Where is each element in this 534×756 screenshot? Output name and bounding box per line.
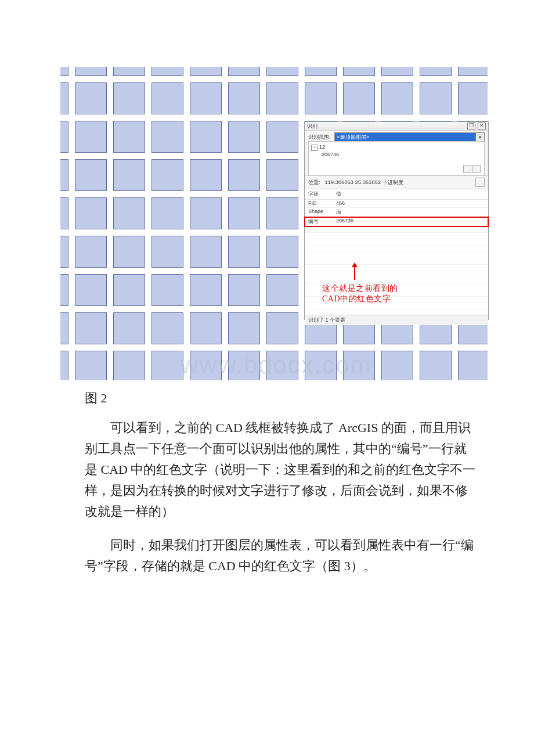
grid-cell [229, 351, 259, 380]
tree-tool-icon[interactable] [463, 165, 471, 173]
grid-cell [229, 160, 259, 190]
grid-cell [114, 236, 145, 267]
grid-cell [60, 160, 68, 190]
grid-cell [420, 83, 451, 114]
grid-cell [190, 83, 221, 114]
grid-cell [344, 351, 374, 380]
arrow-down-icon [351, 262, 358, 281]
tree-root[interactable]: −12 [311, 143, 482, 151]
grid-cell [305, 83, 336, 114]
grid-cell [114, 351, 145, 380]
identify-tree[interactable]: −12 206736 [308, 141, 485, 176]
grid-cell [152, 198, 183, 229]
field-row-shape: Shape 面 [305, 208, 488, 217]
grid-cell [60, 67, 68, 75]
grid-cell [114, 275, 145, 305]
grid-cell [305, 351, 336, 380]
header-field: 字段 [308, 190, 336, 198]
grid-cell [267, 160, 298, 190]
grid-cell [382, 67, 413, 75]
grid-cell [152, 236, 183, 267]
figure-caption: 图 2 [85, 390, 534, 407]
grid-cell [60, 275, 68, 305]
grid-cell [152, 275, 183, 305]
grid-cell [152, 67, 183, 75]
grid-cell [267, 121, 298, 152]
field-row-id-highlighted: 编号 206736 [305, 217, 488, 226]
grid-cell [420, 67, 451, 75]
body-text: 可以看到，之前的 CAD 线框被转换成了 ArcGIS 的面，而且用识别工具点一… [85, 417, 478, 577]
grid-cell [229, 83, 259, 114]
identify-window: 识别 ❐ ✕ 识别范围: <最顶部图层> ▾ −12 206736 [304, 121, 489, 320]
annotation-text: 这个就是之前看到的 CAD中的红色文字 [322, 283, 398, 304]
window-restore-icon[interactable]: ❐ [467, 123, 475, 129]
grid-cell [267, 67, 298, 75]
grid-cell [229, 313, 259, 344]
identify-titlebar: 识别 ❐ ✕ [305, 122, 488, 131]
grid-cell [114, 198, 145, 229]
grid-cell [114, 67, 145, 75]
grid-cell [75, 236, 106, 267]
grid-cell [190, 160, 221, 190]
identify-location-row: 位置: 119.306053 25.351052 十进制度 [305, 175, 488, 189]
grid-cell [229, 275, 259, 305]
grid-cell [75, 198, 106, 229]
grid-cell [152, 83, 183, 114]
tree-child[interactable]: 206736 [322, 151, 482, 158]
grid-cell [267, 198, 298, 229]
grid-cell [420, 351, 451, 380]
grid-cell [60, 83, 68, 114]
chevron-down-icon[interactable]: ▾ [475, 133, 484, 141]
header-value: 值 [336, 190, 485, 198]
grid-cell [267, 236, 298, 267]
grid-cell [459, 351, 488, 380]
grid-cell [382, 351, 413, 380]
tree-toolbar [463, 165, 481, 173]
identify-scope-label: 识别范围: [308, 134, 331, 141]
grid-cell [190, 236, 221, 267]
grid-cell [152, 121, 183, 152]
grid-cell [75, 67, 106, 75]
grid-cell [190, 313, 221, 344]
figure-2: 识别 ❐ ✕ 识别范围: <最顶部图层> ▾ −12 206736 [60, 67, 492, 380]
grid-cell [229, 121, 259, 152]
grid-cell [114, 160, 145, 190]
identify-title: 识别 [307, 123, 465, 130]
grid-cell [344, 83, 374, 114]
grid-cell [190, 351, 221, 380]
identify-scope-dropdown[interactable]: <最顶部图层> ▾ [334, 132, 485, 142]
grid-cell [267, 351, 298, 380]
close-icon[interactable]: ✕ [478, 123, 486, 129]
grid-cell [60, 313, 68, 344]
grid-cell [60, 236, 68, 267]
grid-cell [344, 67, 374, 75]
identify-tree-row: −12 206736 [305, 143, 488, 175]
grid-cell [267, 313, 298, 344]
grid-cell [75, 83, 106, 114]
grid-cell [190, 198, 221, 229]
grid-cell [75, 313, 106, 344]
tree-tool-icon[interactable] [472, 165, 481, 173]
grid-cell [114, 313, 145, 344]
grid-cell [75, 121, 106, 152]
tree-minus-icon[interactable]: − [311, 145, 317, 151]
grid-cell [60, 198, 68, 229]
grid-cell [60, 351, 68, 380]
grid-cell [152, 351, 183, 380]
grid-cell [114, 121, 145, 152]
grid-cell [267, 275, 298, 305]
grid-cell [305, 67, 336, 75]
annotation-arrow [351, 262, 358, 281]
grid-cell [382, 83, 413, 114]
grid-cell [190, 275, 221, 305]
identify-location-label: 位置: [308, 179, 320, 186]
grid-cell [459, 83, 488, 114]
location-tool-icon[interactable] [475, 178, 485, 187]
grid-cell [190, 67, 221, 75]
paragraph-2: 同时，如果我们打开图层的属性表，可以看到属性表中有一行“编号”字段，存储的就是 … [85, 535, 478, 577]
field-table-header: 字段 值 [305, 189, 488, 200]
grid-cell [152, 160, 183, 190]
grid-cell [267, 83, 298, 114]
identify-field-table: 字段 值 FID 486 Shape 面 编号 206736 [305, 189, 488, 315]
grid-cell [114, 83, 145, 114]
